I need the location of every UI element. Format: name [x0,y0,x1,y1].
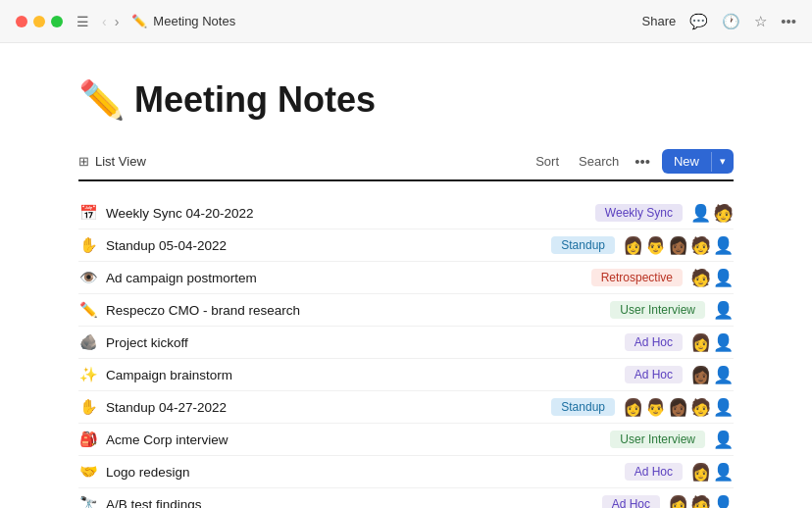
avatars: 👩🧑👤 [668,496,734,509]
share-button[interactable]: Share [642,14,677,28]
item-emoji: 🪨 [78,333,98,351]
page-title-emoji: ✏️ [131,14,147,28]
list-item[interactable]: ✋ Standup 05-04-2022 Standup 👩👨👩🏾🧑👤 [78,229,734,262]
tag-label[interactable]: Ad Hoc [602,495,660,508]
list-item[interactable]: ✏️ Respeczo CMO - brand research User In… [78,294,734,327]
item-tags: Standup 👩👨👩🏾🧑👤 [551,236,734,254]
list-item[interactable]: ✨ Campaign brainstorm Ad Hoc 👩🏾👤 [78,359,734,391]
avatars: 👤 [713,432,734,448]
item-emoji: ✋ [78,398,98,416]
toolbar: ⊞ List View Sort Search ••• New ▾ [78,149,734,181]
avatar: 🧑 [690,399,711,416]
list-view-label: List View [95,154,146,169]
item-tags: User Interview 👤 [610,301,734,319]
item-tags: Ad Hoc 👩👤 [625,333,734,351]
search-button[interactable]: Search [575,152,623,171]
list-item[interactable]: 📅 Weekly Sync 04-20-2022 Weekly Sync 👤🧑 [78,197,734,229]
tag-label[interactable]: Ad Hoc [625,333,683,351]
forward-arrow-icon[interactable]: › [112,12,123,31]
item-title: Standup 04-27-2022 [106,400,551,415]
item-title: A/B test findings [106,497,602,509]
clock-icon[interactable]: 🕐 [722,13,740,30]
item-emoji: ✏️ [78,301,98,319]
back-arrow-icon[interactable]: ‹ [99,12,110,31]
item-emoji: 🔭 [78,495,98,508]
list-item[interactable]: 👁️ Ad campaign postmortem Retrospective … [78,262,734,294]
list-item[interactable]: 🪨 Project kickoff Ad Hoc 👩👤 [78,327,734,359]
tag-label[interactable]: User Interview [610,431,705,448]
avatar: 🧑 [690,270,711,286]
maximize-button[interactable] [51,16,63,27]
avatar: 👤 [713,302,734,319]
item-tags: Standup 👩👨👩🏾🧑👤 [551,398,734,416]
list-view-tab[interactable]: ⊞ List View [78,154,162,169]
traffic-lights [16,16,63,27]
tag-label[interactable]: Retrospective [591,269,683,286]
item-tags: Ad Hoc 👩🧑👤 [602,495,734,508]
page-title: Meeting Notes [134,79,376,121]
avatar: 👩🏾 [668,237,688,254]
item-title: Acme Corp interview [106,432,610,447]
page-heading: ✏️ Meeting Notes [78,78,734,122]
new-button-arrow[interactable]: ▾ [712,150,734,173]
items-list: 📅 Weekly Sync 04-20-2022 Weekly Sync 👤🧑 … [78,197,734,508]
toolbar-actions: Sort Search ••• New ▾ [532,149,734,174]
tag-label[interactable]: Weekly Sync [595,204,683,222]
avatar: 👩 [623,399,643,416]
avatar: 👨 [645,399,666,416]
heading-emoji: ✏️ [78,78,125,122]
sort-button[interactable]: Sort [532,152,563,171]
comment-icon[interactable]: 💬 [689,13,708,30]
avatar: 👩 [690,334,711,351]
tag-label[interactable]: User Interview [610,301,705,319]
tag-label[interactable]: Standup [551,236,615,254]
list-item[interactable]: 🔭 A/B test findings Ad Hoc 👩🧑👤 [78,488,734,508]
item-tags: User Interview 👤 [610,431,734,448]
close-button[interactable] [16,16,27,27]
item-tags: Ad Hoc 👩👤 [625,463,734,481]
new-button[interactable]: New ▾ [662,149,734,174]
sidebar-toggle-icon[interactable]: ☰ [76,14,89,29]
nav-arrows: ‹ › [99,12,122,31]
avatar: 🧑 [690,237,711,254]
page-title-text: Meeting Notes [153,14,235,28]
avatars: 👩👨👩🏾🧑👤 [623,237,734,254]
avatar: 👤 [713,496,734,509]
minimize-button[interactable] [33,16,45,27]
avatar: 👩 [668,496,688,509]
more-filters-button[interactable]: ••• [634,153,650,170]
item-emoji: ✨ [78,366,98,383]
avatar: 👩🏾 [668,399,688,416]
avatar: 👨 [645,237,666,254]
avatar: 👩🏾 [690,367,711,383]
item-title: Campaign brainstorm [106,368,625,382]
item-tags: Retrospective 🧑👤 [591,269,734,286]
tag-label[interactable]: Standup [551,398,615,416]
item-title: Weekly Sync 04-20-2022 [106,206,595,221]
avatars: 👩👤 [690,334,734,351]
item-tags: Weekly Sync 👤🧑 [595,204,734,222]
avatar: 👤 [713,237,734,254]
item-title: Ad campaign postmortem [106,271,591,285]
avatar: 👤 [713,464,734,481]
item-tags: Ad Hoc 👩🏾👤 [625,366,734,383]
item-title: Logo redesign [106,465,625,480]
tag-label[interactable]: Ad Hoc [625,366,683,383]
item-emoji: 👁️ [78,269,98,286]
avatar: 👤 [713,432,734,448]
item-title: Respeczo CMO - brand research [106,303,610,318]
list-item[interactable]: 🤝 Logo redesign Ad Hoc 👩👤 [78,456,734,488]
main-content: ✏️ Meeting Notes ⊞ List View Sort Search… [0,43,812,508]
page-title-bar: ✏️ Meeting Notes [131,14,235,28]
item-emoji: 📅 [78,204,98,222]
list-item[interactable]: 🎒 Acme Corp interview User Interview 👤 [78,424,734,456]
item-emoji: 🎒 [78,431,98,448]
avatar: 👤 [713,399,734,416]
item-emoji: ✋ [78,236,98,254]
more-options-icon[interactable]: ••• [781,13,796,29]
star-icon[interactable]: ☆ [754,13,767,30]
new-button-label: New [662,149,711,174]
avatar: 👤 [713,367,734,383]
list-item[interactable]: ✋ Standup 04-27-2022 Standup 👩👨👩🏾🧑👤 [78,391,734,424]
tag-label[interactable]: Ad Hoc [625,463,683,481]
